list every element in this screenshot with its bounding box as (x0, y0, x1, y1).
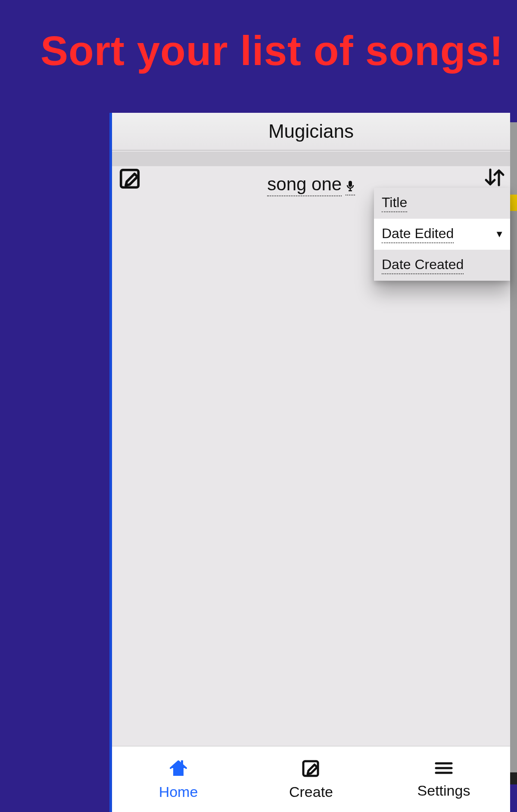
nav-label: Home (159, 784, 198, 800)
nav-label: Settings (417, 782, 470, 799)
app-title: Mugicians (112, 113, 510, 151)
nav-label: Create (289, 784, 333, 800)
song-title[interactable]: song one (267, 174, 342, 196)
compose-icon (301, 759, 321, 778)
sort-option-label: Title (382, 195, 407, 212)
nav-settings[interactable]: Settings (377, 747, 510, 812)
sort-menu: Title Date Edited Date Created (374, 188, 510, 281)
home-icon (168, 759, 189, 778)
nav-create[interactable]: Create (245, 747, 377, 812)
sort-option-label: Date Edited (382, 226, 454, 243)
sort-option-date-created[interactable]: Date Created (374, 250, 510, 281)
screenshot-stage: Mugicians song one (109, 113, 517, 812)
bottom-nav: Home Create (112, 746, 510, 812)
page-headline: Sort your list of songs! (0, 0, 517, 73)
toolbar-divider (112, 152, 510, 166)
sort-option-title[interactable]: Title (374, 188, 510, 219)
svg-rect-1 (349, 181, 352, 187)
nav-home[interactable]: Home (112, 747, 245, 812)
sort-option-label: Date Created (382, 257, 464, 274)
microphone-icon (346, 180, 355, 195)
hamburger-icon (434, 760, 453, 776)
phone-frame: Mugicians song one (109, 113, 510, 812)
svg-rect-4 (181, 760, 183, 765)
sort-option-date-edited[interactable]: Date Edited (374, 219, 510, 250)
sort-arrows-icon[interactable] (483, 167, 506, 189)
